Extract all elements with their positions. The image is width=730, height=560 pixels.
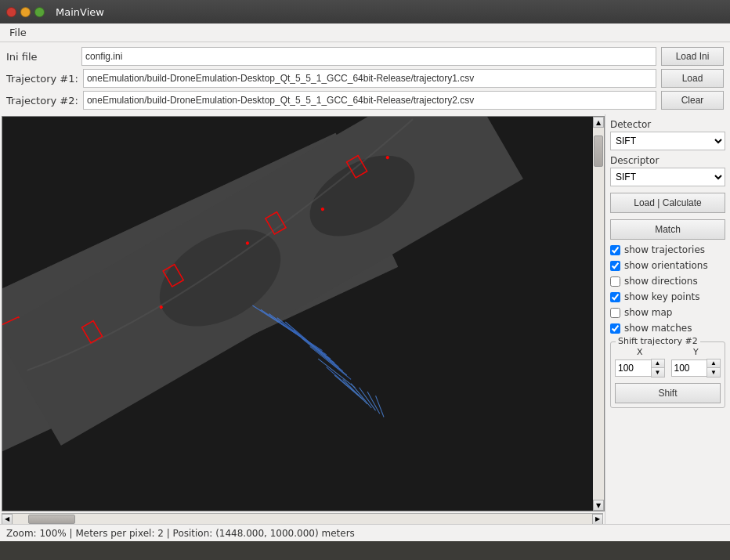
shift-x-spinbox: ▲ ▼ [615, 359, 665, 378]
show-trajectories-checkbox[interactable] [610, 245, 620, 255]
shift-y-input[interactable] [671, 359, 707, 377]
show-trajectories-label: show trajectories [624, 244, 705, 255]
scroll-track-x[interactable] [13, 514, 592, 525]
detector-label: Detector [610, 119, 725, 130]
scroll-thumb-y[interactable] [594, 135, 603, 167]
shift-y-col: Y ▲ ▼ [671, 347, 721, 378]
traj2-row: Trajectory #2: Clear [6, 91, 724, 110]
close-button[interactable] [6, 7, 16, 17]
show-matches-row: show matches [610, 323, 725, 334]
sidebar: Detector SIFT SURF ORB Descriptor SIFT S… [605, 114, 730, 524]
shift-x-label: X [637, 347, 643, 357]
scroll-up-button[interactable]: ▲ [593, 117, 604, 128]
shift-group-label: Shift trajectory #2 [616, 336, 700, 346]
show-orientations-label: show orientations [624, 260, 708, 271]
show-keypoints-checkbox[interactable] [610, 292, 620, 302]
window-controls [6, 7, 45, 17]
shift-y-spinbtns: ▲ ▼ [707, 359, 721, 378]
descriptor-select[interactable]: SIFT SURF ORB [610, 168, 725, 186]
shift-y-label: Y [693, 347, 699, 357]
load-button[interactable]: Load [661, 69, 724, 88]
detector-select[interactable]: SIFT SURF ORB [610, 132, 725, 150]
scroll-thumb-x[interactable] [28, 515, 75, 524]
statusbar: Zoom: 100% | Meters per pixel: 2 | Posit… [0, 524, 730, 541]
horizontal-scrollbar[interactable]: ◀ ▶ [2, 513, 603, 524]
descriptor-section: Descriptor SIFT SURF ORB [610, 155, 725, 186]
detector-section: Detector SIFT SURF ORB [610, 119, 725, 150]
match-button[interactable]: Match [610, 219, 725, 240]
load-ini-button[interactable]: Load Ini [661, 47, 724, 66]
shift-x-spinbtns: ▲ ▼ [651, 359, 665, 378]
shift-trajectory-group: Shift trajectory #2 X ▲ ▼ Y [610, 341, 725, 408]
shift-x-up[interactable]: ▲ [652, 359, 664, 368]
shift-button[interactable]: Shift [615, 383, 721, 403]
map-canvas-container[interactable]: ▲ ▼ [2, 116, 605, 511]
show-directions-checkbox[interactable] [610, 276, 620, 287]
show-orientations-row: show orientations [610, 260, 725, 271]
traj1-input[interactable] [83, 69, 656, 88]
shift-y-down[interactable]: ▼ [707, 368, 720, 377]
show-keypoints-label: show key points [624, 291, 700, 302]
scroll-down-button[interactable]: ▼ [593, 500, 604, 511]
shift-xy-row: X ▲ ▼ Y [615, 347, 721, 378]
show-map-checkbox[interactable] [610, 308, 620, 318]
menu-file[interactable]: File [3, 25, 33, 40]
show-directions-row: show directions [610, 276, 725, 287]
show-directions-label: show directions [624, 276, 698, 287]
scroll-left-button[interactable]: ◀ [2, 514, 13, 525]
show-map-row: show map [610, 307, 725, 318]
shift-y-spinbox: ▲ ▼ [671, 359, 721, 378]
traj2-label: Trajectory #2: [6, 95, 78, 107]
status-text: Zoom: 100% | Meters per pixel: 2 | Posit… [6, 528, 355, 539]
scroll-right-button[interactable]: ▶ [592, 514, 603, 525]
show-orientations-checkbox[interactable] [610, 261, 620, 271]
map-area [2, 117, 593, 511]
scroll-track-y[interactable] [593, 128, 604, 500]
main-content: File Ini file Load Ini Trajectory #1: Lo… [0, 23, 730, 541]
canvas-sidebar: ▲ ▼ ◀ ▶ Detector SIFT [0, 114, 730, 524]
ini-input[interactable] [81, 47, 656, 66]
shift-y-up[interactable]: ▲ [707, 359, 720, 368]
ini-label: Ini file [6, 51, 77, 63]
traj1-row: Trajectory #1: Load [6, 69, 724, 88]
minimize-button[interactable] [20, 7, 31, 17]
show-keypoints-row: show key points [610, 291, 725, 302]
vertical-scrollbar[interactable]: ▲ ▼ [593, 117, 604, 511]
show-map-label: show map [624, 307, 673, 318]
menubar: File [0, 23, 730, 42]
traj1-label: Trajectory #1: [6, 73, 78, 85]
form-area: Ini file Load Ini Trajectory #1: Load Tr… [0, 42, 730, 114]
traj2-input[interactable] [83, 91, 656, 110]
shift-x-col: X ▲ ▼ [615, 347, 665, 378]
clear-button[interactable]: Clear [661, 91, 724, 110]
maximize-button[interactable] [34, 7, 45, 17]
shift-x-input[interactable] [615, 359, 651, 377]
descriptor-label: Descriptor [610, 155, 725, 166]
ini-row: Ini file Load Ini [6, 47, 724, 66]
load-calculate-button[interactable]: Load | Calculate [610, 193, 725, 213]
map-svg [2, 117, 593, 511]
titlebar: MainView [0, 0, 730, 23]
show-matches-label: show matches [624, 323, 692, 334]
shift-x-down[interactable]: ▼ [652, 368, 664, 377]
show-matches-checkbox[interactable] [610, 323, 620, 334]
show-trajectories-row: show trajectories [610, 244, 725, 255]
window-title: MainView [56, 6, 104, 18]
